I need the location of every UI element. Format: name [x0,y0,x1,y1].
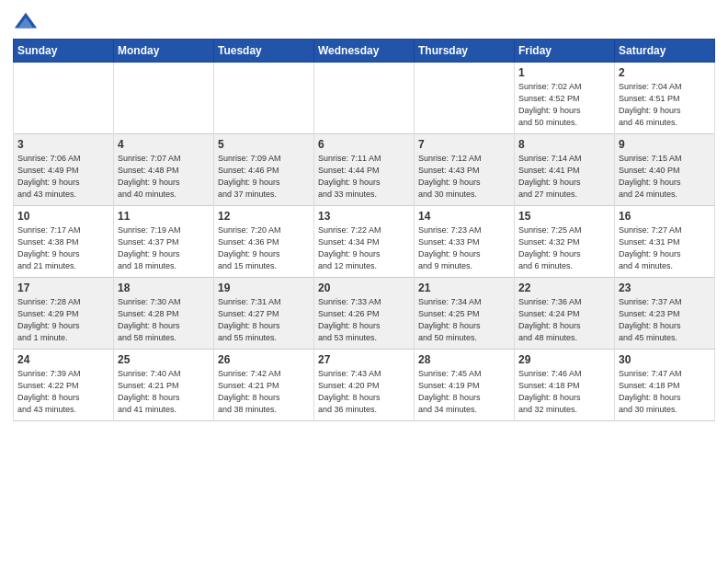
day-info: Sunrise: 7:43 AM Sunset: 4:20 PM Dayligh… [318,368,410,416]
header-tuesday: Tuesday [214,40,314,63]
day-number: 7 [418,138,510,151]
day-info: Sunrise: 7:02 AM Sunset: 4:52 PM Dayligh… [518,81,610,129]
day-number: 4 [118,138,210,151]
day-number: 2 [619,66,711,79]
day-info: Sunrise: 7:36 AM Sunset: 4:24 PM Dayligh… [518,296,610,344]
day-number: 28 [418,353,510,366]
calendar-cell-2-6: 16Sunrise: 7:27 AM Sunset: 4:31 PM Dayli… [615,206,715,278]
day-info: Sunrise: 7:15 AM Sunset: 4:40 PM Dayligh… [619,153,711,201]
calendar-cell-1-1: 4Sunrise: 7:07 AM Sunset: 4:48 PM Daylig… [114,134,214,206]
calendar-cell-3-0: 17Sunrise: 7:28 AM Sunset: 4:29 PM Dayli… [14,278,114,350]
calendar-cell-1-4: 7Sunrise: 7:12 AM Sunset: 4:43 PM Daylig… [415,134,515,206]
header-sunday: Sunday [14,40,114,63]
day-info: Sunrise: 7:45 AM Sunset: 4:19 PM Dayligh… [418,368,510,416]
calendar-cell-0-1 [114,63,214,134]
day-info: Sunrise: 7:37 AM Sunset: 4:23 PM Dayligh… [619,296,711,344]
day-info: Sunrise: 7:11 AM Sunset: 4:44 PM Dayligh… [318,153,410,201]
day-info: Sunrise: 7:39 AM Sunset: 4:22 PM Dayligh… [17,368,109,416]
day-number: 3 [17,138,109,151]
day-number: 21 [418,282,510,294]
calendar-cell-4-6: 30Sunrise: 7:47 AM Sunset: 4:18 PM Dayli… [615,350,715,421]
day-info: Sunrise: 7:40 AM Sunset: 4:21 PM Dayligh… [118,368,210,416]
day-number: 10 [17,210,109,223]
logo-icon [13,9,39,35]
day-number: 27 [318,353,410,366]
header-monday: Monday [114,40,214,63]
day-number: 6 [318,138,410,151]
day-info: Sunrise: 7:30 AM Sunset: 4:28 PM Dayligh… [118,296,210,344]
day-number: 19 [218,282,310,294]
calendar-week-3: 17Sunrise: 7:28 AM Sunset: 4:29 PM Dayli… [14,278,715,350]
day-info: Sunrise: 7:19 AM Sunset: 4:37 PM Dayligh… [118,224,210,272]
day-number: 15 [518,210,610,223]
day-info: Sunrise: 7:46 AM Sunset: 4:18 PM Dayligh… [518,368,610,416]
calendar-week-4: 24Sunrise: 7:39 AM Sunset: 4:22 PM Dayli… [14,350,715,421]
day-info: Sunrise: 7:14 AM Sunset: 4:41 PM Dayligh… [518,153,610,201]
day-info: Sunrise: 7:47 AM Sunset: 4:18 PM Dayligh… [619,368,711,416]
header-saturday: Saturday [615,40,715,63]
day-info: Sunrise: 7:23 AM Sunset: 4:33 PM Dayligh… [418,224,510,272]
day-number: 29 [518,353,610,366]
calendar-cell-0-2 [214,63,314,134]
calendar-cell-0-5: 1Sunrise: 7:02 AM Sunset: 4:52 PM Daylig… [515,63,615,134]
day-info: Sunrise: 7:22 AM Sunset: 4:34 PM Dayligh… [318,224,410,272]
calendar-week-2: 10Sunrise: 7:17 AM Sunset: 4:38 PM Dayli… [14,206,715,278]
day-number: 30 [619,353,711,366]
calendar-cell-3-1: 18Sunrise: 7:30 AM Sunset: 4:28 PM Dayli… [114,278,214,350]
day-info: Sunrise: 7:34 AM Sunset: 4:25 PM Dayligh… [418,296,510,344]
calendar-cell-1-5: 8Sunrise: 7:14 AM Sunset: 4:41 PM Daylig… [515,134,615,206]
calendar-week-0: 1Sunrise: 7:02 AM Sunset: 4:52 PM Daylig… [14,63,715,134]
day-info: Sunrise: 7:25 AM Sunset: 4:32 PM Dayligh… [518,224,610,272]
day-info: Sunrise: 7:28 AM Sunset: 4:29 PM Dayligh… [17,296,109,344]
day-number: 20 [318,282,410,294]
day-info: Sunrise: 7:33 AM Sunset: 4:26 PM Dayligh… [318,296,410,344]
calendar-cell-3-4: 21Sunrise: 7:34 AM Sunset: 4:25 PM Dayli… [415,278,515,350]
day-info: Sunrise: 7:17 AM Sunset: 4:38 PM Dayligh… [17,224,109,272]
page-container: SundayMondayTuesdayWednesdayThursdayFrid… [0,0,728,429]
day-number: 11 [118,210,210,223]
calendar-cell-1-6: 9Sunrise: 7:15 AM Sunset: 4:40 PM Daylig… [615,134,715,206]
calendar-cell-4-1: 25Sunrise: 7:40 AM Sunset: 4:21 PM Dayli… [114,350,214,421]
day-number: 23 [619,282,711,294]
calendar-cell-2-0: 10Sunrise: 7:17 AM Sunset: 4:38 PM Dayli… [14,206,114,278]
day-number: 14 [418,210,510,223]
calendar-cell-4-4: 28Sunrise: 7:45 AM Sunset: 4:19 PM Dayli… [415,350,515,421]
calendar-table: SundayMondayTuesdayWednesdayThursdayFrid… [13,39,715,421]
calendar-cell-0-3 [314,63,415,134]
calendar-cell-1-2: 5Sunrise: 7:09 AM Sunset: 4:46 PM Daylig… [214,134,314,206]
calendar-cell-3-6: 23Sunrise: 7:37 AM Sunset: 4:23 PM Dayli… [615,278,715,350]
day-info: Sunrise: 7:09 AM Sunset: 4:46 PM Dayligh… [218,153,310,201]
day-number: 12 [218,210,310,223]
day-number: 8 [518,138,610,151]
day-number: 16 [619,210,711,223]
calendar-cell-3-5: 22Sunrise: 7:36 AM Sunset: 4:24 PM Dayli… [515,278,615,350]
calendar-cell-0-6: 2Sunrise: 7:04 AM Sunset: 4:51 PM Daylig… [615,63,715,134]
calendar-cell-2-1: 11Sunrise: 7:19 AM Sunset: 4:37 PM Dayli… [114,206,214,278]
day-number: 25 [118,353,210,366]
day-number: 24 [17,353,109,366]
day-info: Sunrise: 7:20 AM Sunset: 4:36 PM Dayligh… [218,224,310,272]
day-info: Sunrise: 7:31 AM Sunset: 4:27 PM Dayligh… [218,296,310,344]
day-info: Sunrise: 7:06 AM Sunset: 4:49 PM Dayligh… [17,153,109,201]
calendar-cell-3-2: 19Sunrise: 7:31 AM Sunset: 4:27 PM Dayli… [214,278,314,350]
day-number: 9 [619,138,711,151]
header-wednesday: Wednesday [314,40,415,63]
calendar-cell-2-3: 13Sunrise: 7:22 AM Sunset: 4:34 PM Dayli… [314,206,415,278]
day-number: 13 [318,210,410,223]
calendar-cell-2-5: 15Sunrise: 7:25 AM Sunset: 4:32 PM Dayli… [515,206,615,278]
logo [13,9,42,35]
calendar-cell-0-0 [14,63,114,134]
day-number: 22 [518,282,610,294]
calendar-cell-2-4: 14Sunrise: 7:23 AM Sunset: 4:33 PM Dayli… [415,206,515,278]
header-friday: Friday [515,40,615,63]
day-info: Sunrise: 7:12 AM Sunset: 4:43 PM Dayligh… [418,153,510,201]
calendar-header-row: SundayMondayTuesdayWednesdayThursdayFrid… [14,40,715,63]
calendar-cell-4-3: 27Sunrise: 7:43 AM Sunset: 4:20 PM Dayli… [314,350,415,421]
calendar-cell-1-3: 6Sunrise: 7:11 AM Sunset: 4:44 PM Daylig… [314,134,415,206]
day-number: 26 [218,353,310,366]
header-row [13,9,715,35]
header-thursday: Thursday [415,40,515,63]
day-number: 17 [17,282,109,294]
calendar-cell-4-5: 29Sunrise: 7:46 AM Sunset: 4:18 PM Dayli… [515,350,615,421]
calendar-cell-4-0: 24Sunrise: 7:39 AM Sunset: 4:22 PM Dayli… [14,350,114,421]
